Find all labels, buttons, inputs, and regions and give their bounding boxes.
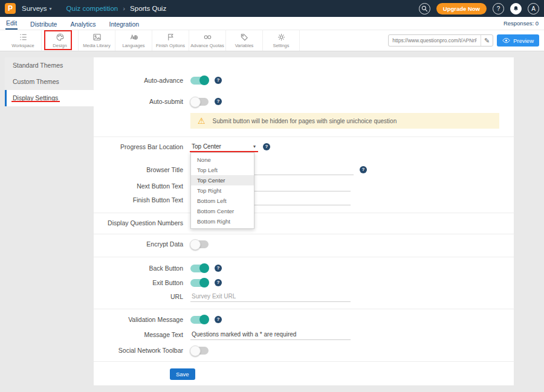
social-network-toolbar-toggle[interactable]	[190, 347, 209, 355]
tab-distribute[interactable]: Distribute	[30, 19, 57, 30]
divider	[94, 257, 514, 257]
validation-message-label: Validation Message	[94, 313, 183, 326]
toolbar-item-label: Settings	[273, 43, 289, 48]
help-icon[interactable]: ?	[360, 166, 367, 173]
bell-icon	[513, 5, 519, 12]
sidebar-item-custom-themes[interactable]: Custom Themes	[5, 74, 94, 90]
menu-option-bottom-right[interactable]: Bottom Right	[191, 216, 254, 227]
surveys-menu[interactable]: Surveys ▾	[22, 5, 52, 12]
preview-label: Preview	[513, 37, 534, 44]
setting-row-encrypt-data: Encrypt Data	[94, 238, 514, 250]
back-button-toggle[interactable]	[190, 265, 209, 272]
setting-row-exit-button: Exit Button ?	[94, 277, 514, 289]
survey-url-box: ✎	[388, 34, 493, 47]
setting-row-message-text: Message Text	[94, 329, 514, 341]
exit-button-toggle[interactable]	[190, 279, 209, 287]
toolbar-item-label: Advance Quotas	[190, 43, 224, 48]
toolbar-item-languages[interactable]: Languages	[115, 30, 152, 51]
account-avatar[interactable]: A	[528, 3, 539, 14]
progress-bar-location-select[interactable]: Top Center ▾	[190, 141, 257, 152]
advance-quotas-icon	[203, 33, 212, 42]
help-icon[interactable]: ?	[215, 77, 222, 84]
upgrade-button[interactable]: Upgrade Now	[436, 3, 487, 14]
setting-row-browser-title: Browser Title ?	[94, 164, 514, 176]
setting-row-next-button-text: Next Button Text	[94, 180, 514, 192]
toolbar-item-media-library[interactable]: Media Library	[79, 30, 115, 51]
setting-row-back-button: Back Button ?	[94, 262, 514, 274]
display-question-numbers-label: Display Question Numbers	[94, 217, 183, 229]
divider	[94, 137, 514, 137]
toolbar-item-finish-options[interactable]: Finish Options	[152, 30, 189, 51]
warning-icon: ⚠	[198, 117, 206, 125]
survey-exit-url-input[interactable]	[190, 292, 351, 302]
tab-analytics[interactable]: Analytics	[70, 19, 96, 30]
help-icon[interactable]: ?	[215, 265, 222, 272]
validation-message-toggle[interactable]	[190, 316, 209, 324]
encrypt-data-label: Encrypt Data	[94, 238, 183, 250]
toolbar-item-design[interactable]: Design	[42, 30, 79, 51]
breadcrumb-separator-icon: ›	[123, 5, 125, 12]
topbar: P Surveys ▾ Quiz competition › Sports Qu…	[0, 0, 544, 17]
breadcrumb-parent[interactable]: Quiz competition	[66, 5, 118, 12]
help-icon[interactable]: ?	[215, 98, 222, 105]
breadcrumb: Quiz competition › Sports Quiz	[66, 5, 167, 12]
menu-option-none[interactable]: None	[191, 155, 254, 165]
encrypt-data-toggle[interactable]	[190, 240, 209, 248]
next-button-text-label: Next Button Text	[94, 180, 183, 192]
toolbar-right: ✎ Preview	[388, 30, 544, 51]
settings-icon	[277, 33, 286, 42]
finish-options-icon	[166, 33, 175, 42]
edit-url-icon[interactable]: ✎	[481, 35, 493, 46]
tab-edit[interactable]: Edit	[5, 18, 18, 30]
menu-option-top-left[interactable]: Top Left	[191, 165, 254, 175]
preview-button[interactable]: Preview	[497, 34, 539, 47]
menu-option-bottom-center[interactable]: Bottom Center	[191, 206, 254, 216]
responses-count: Responses: 0	[504, 20, 539, 27]
save-button[interactable]: Save	[170, 368, 195, 380]
variables-icon	[240, 33, 249, 42]
progress-bar-location-menu: None Top Left Top Center Top Right Botto…	[190, 152, 254, 229]
toolbar-item-advance-quotas[interactable]: Advance Quotas	[189, 30, 226, 51]
warning-text: Submit button will be hidden for pages w…	[213, 118, 397, 124]
surveys-label: Surveys	[22, 5, 47, 12]
help-icon[interactable]: ?	[215, 316, 222, 323]
back-button-label: Back Button	[94, 262, 183, 274]
toolbar-item-workspace[interactable]: Workspace	[5, 30, 42, 51]
languages-icon	[129, 33, 138, 42]
tab-integration[interactable]: Integration	[108, 19, 140, 30]
toolbar-item-variables[interactable]: Variables	[226, 30, 263, 51]
survey-toolbar: Workspace Design Media Library Languages	[0, 30, 544, 51]
setting-row-display-question-numbers: Display Question Numbers	[94, 217, 514, 229]
questionpro-logo[interactable]: P	[5, 3, 16, 14]
help-icon[interactable]: ?	[263, 143, 270, 150]
design-content: Standard Themes Custom Themes Display Se…	[0, 51, 544, 392]
help-button[interactable]: ?	[493, 3, 504, 14]
toolbar-item-settings[interactable]: Settings	[263, 30, 300, 51]
main-tabbar: Edit Distribute Analytics Integration Re…	[0, 17, 544, 30]
toolbar-item-label: Media Library	[83, 43, 110, 48]
exit-url-label: URL	[94, 291, 183, 303]
toolbar-item-label: Variables	[235, 43, 254, 48]
menu-option-bottom-left[interactable]: Bottom Left	[191, 196, 254, 206]
chevron-down-icon: ▾	[253, 141, 256, 152]
sidebar-item-standard-themes[interactable]: Standard Themes	[5, 57, 94, 74]
toolbar-item-label: Finish Options	[156, 43, 185, 48]
finish-button-text-label: Finish Button Text	[94, 194, 183, 206]
menu-option-top-center[interactable]: Top Center	[191, 175, 254, 185]
menu-option-top-right[interactable]: Top Right	[191, 185, 254, 196]
toolbar-item-label: Design	[53, 43, 66, 48]
setting-row-social-network-toolbar: Social Network Toolbar	[94, 344, 514, 356]
divider	[94, 234, 514, 234]
toolbar-item-label: Languages	[122, 43, 144, 48]
auto-advance-toggle[interactable]	[190, 77, 209, 85]
divider	[94, 213, 514, 213]
survey-url-input[interactable]	[389, 37, 481, 43]
search-button[interactable]	[419, 3, 430, 14]
sidebar-item-display-settings[interactable]: Display Settings	[5, 90, 94, 106]
design-icon	[56, 33, 65, 42]
auto-submit-toggle[interactable]	[190, 98, 209, 106]
notifications-button[interactable]	[510, 3, 522, 14]
help-icon[interactable]: ?	[215, 279, 222, 286]
message-text-input[interactable]	[190, 330, 351, 340]
setting-row-auto-advance: Auto-advance ?	[94, 74, 514, 86]
